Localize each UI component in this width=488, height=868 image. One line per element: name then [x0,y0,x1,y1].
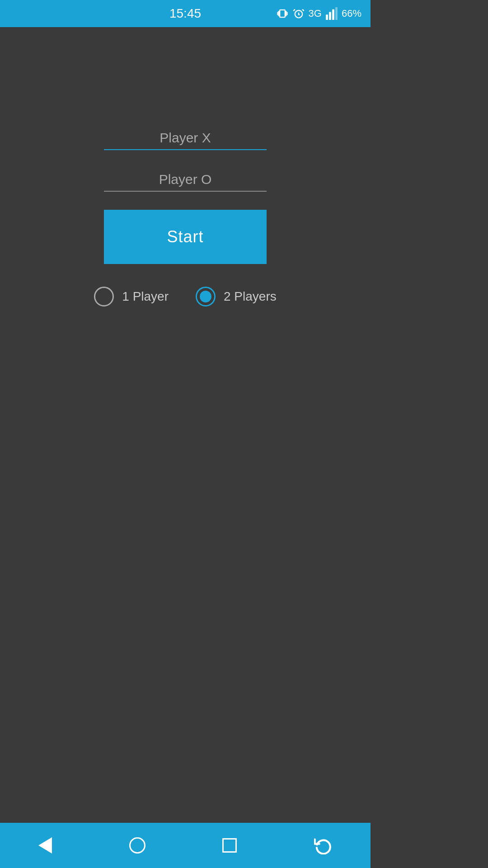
radio-group: 1 Player 2 Players [94,287,276,307]
svg-line-7 [302,9,304,11]
rotate-icon [314,836,332,854]
svg-rect-8 [326,14,328,20]
back-button[interactable] [34,833,56,858]
player-o-container [104,168,267,192]
status-time: 15:45 [169,6,201,20]
vibrate-icon [276,7,289,20]
battery-text: 66% [342,8,361,19]
two-players-label: 2 Players [224,289,277,304]
main-content: Start 1 Player 2 Players [0,27,371,823]
svg-rect-10 [332,9,334,20]
status-bar: 15:45 3G [0,0,371,27]
status-bar-right: 3G 66% [244,7,361,20]
one-player-label: 1 Player [122,289,169,304]
svg-rect-11 [335,7,338,20]
recent-button[interactable] [218,834,241,857]
start-button[interactable]: Start [104,210,267,264]
recent-icon [222,838,237,853]
svg-rect-9 [329,12,331,20]
signal-text: 3G [309,8,322,19]
svg-line-6 [293,9,295,11]
player-x-input[interactable] [104,127,267,150]
home-icon [129,837,145,854]
home-button[interactable] [125,833,150,858]
player-x-container [104,127,267,150]
status-bar-center: 15:45 [127,6,244,21]
rotate-button[interactable] [310,832,337,859]
player-o-input[interactable] [104,168,267,192]
one-player-radio[interactable] [94,287,114,307]
alarm-icon [292,7,305,20]
one-player-option[interactable]: 1 Player [94,287,169,307]
signal-bars-icon [325,7,338,20]
svg-rect-0 [280,10,285,17]
two-players-radio[interactable] [196,287,216,307]
back-icon [38,837,52,854]
nav-bar [0,823,371,868]
two-players-option[interactable]: 2 Players [196,287,277,307]
two-players-radio-inner [200,291,211,302]
status-icons: 3G 66% [276,7,361,20]
